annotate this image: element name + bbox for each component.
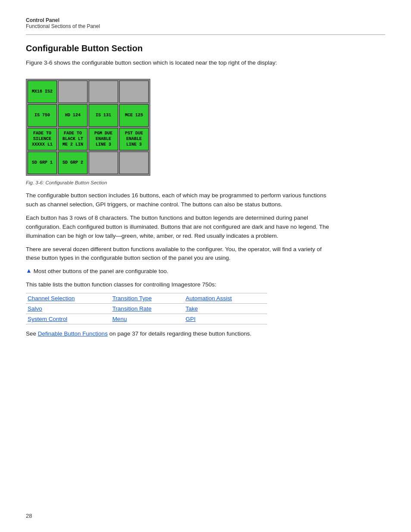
body-para3: There are several dozen different button… [26, 245, 336, 263]
btn-cell: MCE 125 [119, 104, 149, 127]
table-link[interactable]: Take [186, 305, 198, 312]
btn-cell: HD 124 [58, 104, 87, 127]
table-cell[interactable]: Salvo [26, 304, 111, 314]
btn-cell [89, 81, 118, 103]
btn-cell: IS 750 [28, 104, 57, 127]
btn-cell: PGM DUE ENABLE LINE 3 [89, 128, 118, 150]
table-cell[interactable]: Take [184, 304, 267, 314]
btn-cell [89, 152, 118, 174]
breadcrumb-sub: Functional Sections of the Panel [26, 23, 385, 29]
body-para2: Each button has 3 rows of 8 characters. … [26, 214, 336, 241]
btn-cell: FADE TO BLACK LT ME 2 LIN [58, 128, 87, 150]
table-link[interactable]: Automation Assist [186, 295, 232, 302]
btn-cell: IS 131 [89, 104, 118, 127]
table-link[interactable]: Salvo [28, 305, 42, 312]
table-cell[interactable]: GPI [184, 314, 267, 324]
triangle-icon: ▲ [26, 267, 32, 274]
table-link[interactable]: Menu [112, 316, 127, 322]
breadcrumb-title: Control Panel [26, 17, 385, 23]
header-divider [26, 34, 385, 35]
see-text: See [26, 330, 38, 337]
btn-grid: MX16 IS2IS 750HD 124IS 131MCE 125FADE TO… [28, 81, 149, 174]
btn-cell [58, 81, 87, 103]
fig-caption: Fig. 3-6: Configurable Button Section [26, 180, 385, 185]
table-intro: This table lists the button function cla… [26, 280, 336, 289]
table-row: Channel SelectionTransition TypeAutomati… [26, 293, 267, 304]
btn-cell: MX16 IS2 [28, 81, 57, 103]
note-bullet-text: Most other buttons of the panel are conf… [34, 267, 168, 276]
table-cell[interactable]: Channel Selection [26, 293, 111, 304]
table-row: System ControlMenuGPI [26, 314, 267, 324]
btn-cell [119, 81, 149, 103]
table-cell[interactable]: Transition Type [111, 293, 184, 304]
section-title: Configurable Button Section [26, 44, 385, 53]
btn-cell: PST DUE ENABLE LINE 3 [119, 128, 149, 150]
table-cell[interactable]: Automation Assist [184, 293, 267, 304]
note-bullet: ▲ Most other buttons of the panel are co… [26, 267, 336, 276]
table-link[interactable]: Transition Type [112, 295, 152, 302]
body-para1: The configurable button section includes… [26, 191, 336, 209]
btn-cell: SD GRP 1 [28, 152, 57, 174]
btn-cell: FADE TO SILENCE XXXXX L1 [28, 128, 57, 150]
page-header: Control Panel Functional Sections of the… [26, 17, 385, 29]
table-link[interactable]: System Control [28, 316, 67, 322]
table-cell[interactable]: Transition Rate [111, 304, 184, 314]
table-row: SalvoTransition RateTake [26, 304, 267, 314]
definable-button-link[interactable]: Definable Button Functions [38, 330, 108, 337]
btn-cell [119, 152, 149, 174]
after-text: on page 37 for details regarding these b… [108, 330, 252, 337]
table-cell[interactable]: Menu [111, 314, 184, 324]
function-table: Channel SelectionTransition TypeAutomati… [26, 293, 267, 324]
page-number: 28 [26, 513, 32, 519]
table-cell[interactable]: System Control [26, 314, 111, 324]
fig-intro-text: Figure 3-6 shows the configurable button… [26, 59, 336, 68]
table-link[interactable]: GPI [186, 316, 196, 322]
table-link[interactable]: Transition Rate [112, 305, 152, 312]
btn-cell: SD GRP 2 [58, 152, 87, 174]
button-diagram: MX16 IS2IS 750HD 124IS 131MCE 125FADE TO… [26, 79, 150, 176]
table-link[interactable]: Channel Selection [28, 295, 75, 302]
see-also-note: See Definable Button Functions on page 3… [26, 330, 336, 337]
